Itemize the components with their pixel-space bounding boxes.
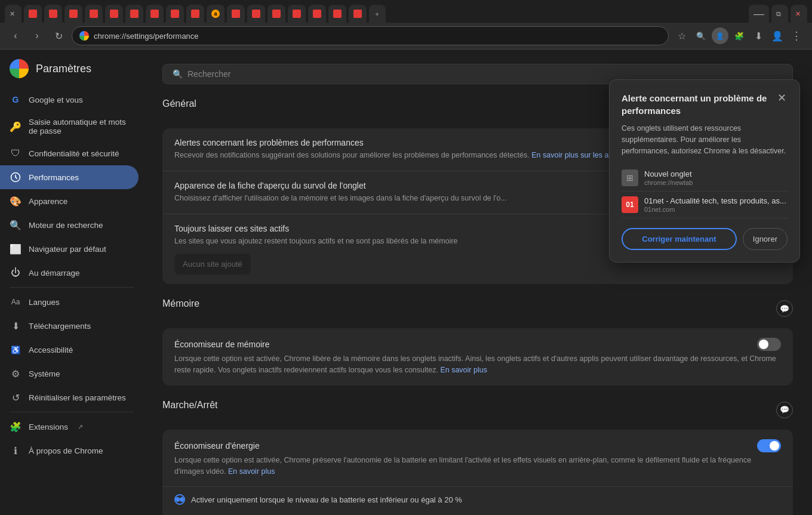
- sidebar-item-confidentialite[interactable]: 🛡 Confidentialité et sécurité: [0, 141, 139, 165]
- google-icon: G: [10, 94, 21, 106]
- extensions-icon: 🧩: [10, 421, 21, 433]
- radio-option-20[interactable]: Activer uniquement lorsque le niveau de …: [162, 487, 793, 512]
- new-tab-btn[interactable]: ＋: [369, 5, 386, 23]
- sidebar-label-moteur: Moteur de recherche: [29, 221, 103, 230]
- tab-item[interactable]: [328, 5, 346, 23]
- memoire-title: Mémoire: [162, 298, 199, 309]
- account-button[interactable]: 👤: [712, 27, 728, 44]
- sidebar-item-apparence[interactable]: 🎨 Apparence: [0, 189, 139, 213]
- sidebar-item-saisie[interactable]: 🔑 Saisie automatique et mots de passe: [0, 112, 139, 141]
- tab-close-btn[interactable]: ✕: [5, 5, 21, 23]
- economiseur-energie-link[interactable]: En savoir plus: [228, 467, 275, 476]
- marche-arret-card: Économiseur d'énergie Lorsque cette opti…: [162, 430, 793, 515]
- sidebar-item-apropos[interactable]: ℹ À propos de Chrome: [0, 439, 139, 462]
- tab-item[interactable]: [166, 5, 184, 23]
- back-button[interactable]: ‹: [7, 27, 24, 44]
- tab-restore[interactable]: ⧉: [771, 5, 788, 23]
- url-text: chrome://settings/performance: [94, 32, 199, 41]
- sidebar-header: Paramètres: [0, 59, 143, 88]
- sidebar-item-reinitialiser[interactable]: ↺ Réinitialiser les paramètres: [0, 386, 139, 409]
- tab-item[interactable]: [24, 5, 42, 23]
- tab-item[interactable]: a: [207, 5, 224, 23]
- sidebar-item-systeme[interactable]: ⚙ Système: [0, 362, 139, 386]
- sidebar-item-langues[interactable]: Aa Langues: [0, 290, 139, 314]
- alert-tab-new-name: Nouvel onglet: [644, 169, 788, 178]
- alert-tab-new-info: Nouvel onglet chrome://newtab: [644, 169, 788, 186]
- shield-icon: 🛡: [10, 147, 21, 159]
- bookmark-button[interactable]: ☆: [673, 27, 690, 44]
- main-layout: Paramètres G Google et vous 🔑 Saisie aut…: [0, 50, 812, 515]
- search-placeholder: Rechercher: [187, 69, 230, 79]
- radio-option-debranche[interactable]: Activer lorsque l'ordinateur est débranc…: [162, 512, 793, 515]
- economiseur-energie-desc: Lorsque cette option est activée, Chrome…: [174, 455, 781, 477]
- economiseur-memoire-link[interactable]: En savoir plus: [440, 366, 487, 374]
- tab-item[interactable]: [146, 5, 164, 23]
- tab-item[interactable]: [288, 5, 306, 23]
- tab-item[interactable]: [105, 5, 123, 23]
- download-icon: ⬇: [10, 320, 21, 332]
- sidebar-item-google[interactable]: G Google et vous: [0, 88, 139, 112]
- economiseur-energie-toggle[interactable]: [757, 439, 781, 452]
- reset-icon: ↺: [10, 391, 21, 403]
- sidebar-label-apropos: À propos de Chrome: [29, 446, 103, 455]
- chrome-logo-small: [79, 31, 89, 41]
- sidebar-item-navigateur[interactable]: ⬜ Navigateur par défaut: [0, 237, 139, 261]
- address-bar[interactable]: chrome://settings/performance: [72, 26, 669, 45]
- alert-tab-01net-info: 01net - Actualité tech, tests produits, …: [644, 196, 788, 213]
- sidebar-item-demarrage[interactable]: ⏻ Au démarrage: [0, 261, 139, 285]
- tab-item[interactable]: [349, 5, 367, 23]
- sidebar-item-extensions[interactable]: 🧩 Extensions ↗: [0, 415, 139, 439]
- ignore-button[interactable]: Ignorer: [743, 228, 788, 250]
- gear-icon: ⚙: [10, 368, 21, 380]
- marche-arret-info-button[interactable]: 💬: [776, 402, 793, 418]
- alert-tab-01net: 01 01net - Actualité tech, tests produit…: [622, 192, 788, 218]
- economiseur-energie-item: Économiseur d'énergie Lorsque cette opti…: [162, 430, 793, 488]
- tab-item[interactable]: [125, 5, 143, 23]
- alert-popup: Alerte concernant un problème de perform…: [609, 79, 800, 263]
- radio-20-label: Activer uniquement lorsque le niveau de …: [191, 495, 462, 504]
- sidebar-label-demarrage: Au démarrage: [29, 269, 80, 277]
- sidebar-label-navigateur: Navigateur par défaut: [29, 245, 106, 254]
- economiseur-energie-header: Économiseur d'énergie: [174, 439, 781, 452]
- tab-item[interactable]: [186, 5, 204, 23]
- tab-item[interactable]: [64, 5, 82, 23]
- reload-button[interactable]: ↻: [50, 27, 67, 44]
- lens-button[interactable]: 🔍: [693, 27, 709, 44]
- economiseur-memoire-item: Économiseur de mémoire Lorsque cette opt…: [162, 328, 793, 386]
- forward-button[interactable]: ›: [29, 27, 45, 44]
- sidebar-item-performances[interactable]: Performances: [0, 165, 139, 189]
- sidebar-label-confidentialite: Confidentialité et sécurité: [29, 149, 119, 158]
- info-icon: ℹ: [10, 445, 21, 457]
- sidebar-label-accessibilite: Accessibilité: [29, 346, 73, 354]
- general-title: Général: [162, 98, 196, 109]
- alert-close-button[interactable]: ✕: [776, 92, 788, 104]
- alert-tab-01net-name: 01net - Actualité tech, tests produits, …: [644, 196, 788, 205]
- download-button[interactable]: ⬇: [750, 27, 767, 44]
- extensions-button[interactable]: 🧩: [731, 27, 748, 44]
- toujours-actif-title: Toujours laisser ces sites actifs: [174, 224, 289, 233]
- tab-item[interactable]: [227, 5, 245, 23]
- alert-buttons: Corriger maintenant Ignorer: [622, 228, 788, 250]
- sidebar-item-telechargements[interactable]: ⬇ Téléchargements: [0, 314, 139, 338]
- search-icon: 🔍: [10, 219, 21, 231]
- alertes-title: Alertes concernant les problèmes de perf…: [174, 138, 364, 147]
- profile-button[interactable]: 👤: [769, 27, 786, 44]
- tab-item[interactable]: [247, 5, 265, 23]
- fix-now-button[interactable]: Corriger maintenant: [622, 228, 737, 250]
- nav-actions: ☆ 🔍 👤 🧩 ⬇ 👤 ⋮: [673, 27, 805, 44]
- browser-chrome: ✕ a ＋ — ⧉ ✕ ‹ › ↻ chrome://settings/perf…: [0, 0, 812, 50]
- menu-button[interactable]: ⋮: [788, 27, 805, 44]
- tab-item[interactable]: [267, 5, 285, 23]
- tab-item[interactable]: [85, 5, 103, 23]
- language-icon: Aa: [10, 296, 21, 308]
- tab-item[interactable]: [308, 5, 326, 23]
- tab-minimize[interactable]: —: [749, 5, 769, 23]
- memoire-info-button[interactable]: 💬: [776, 300, 793, 317]
- economiseur-memoire-toggle[interactable]: [757, 338, 781, 351]
- sidebar-item-moteur[interactable]: 🔍 Moteur de recherche: [0, 213, 139, 237]
- tab-close[interactable]: ✕: [791, 5, 807, 23]
- alert-header: Alerte concernant un problème de perform…: [622, 92, 788, 117]
- tab-item[interactable]: [44, 5, 62, 23]
- no-sites-added: Aucun site ajouté: [174, 254, 251, 275]
- sidebar-item-accessibilite[interactable]: ♿ Accessibilité: [0, 338, 139, 362]
